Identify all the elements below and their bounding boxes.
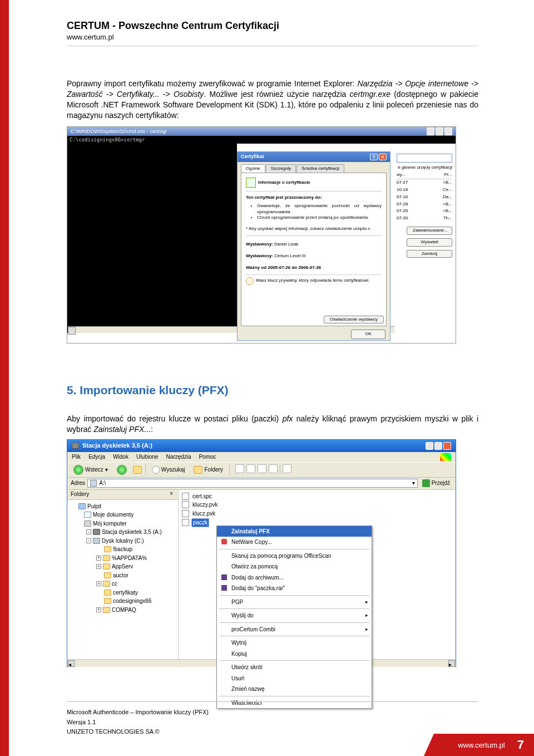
- context-menu-item[interactable]: Dodaj do "paczka.rar": [217, 583, 372, 594]
- context-menu-item[interactable]: Usuń: [217, 673, 372, 684]
- tree-item[interactable]: -Stacja dyskietek 3,5 (A:): [68, 528, 177, 537]
- tree-item[interactable]: Mój komputer: [68, 519, 177, 528]
- dropdown-icon[interactable]: ▾: [412, 479, 415, 487]
- footer-rule: [67, 701, 478, 702]
- context-menu-item[interactable]: Wyślij do: [217, 610, 372, 621]
- tab-general[interactable]: Ogólne: [241, 164, 265, 173]
- tree-item[interactable]: codesigningx86: [68, 597, 177, 606]
- toolbar-icon[interactable]: [258, 464, 266, 473]
- file-icon: [182, 519, 189, 526]
- footer-line: Wersja 1.1: [67, 718, 478, 728]
- tree-item[interactable]: !backup: [68, 545, 177, 554]
- file-icon: [182, 493, 189, 500]
- tree-item[interactable]: Pulpit: [68, 502, 177, 511]
- expand-icon[interactable]: +: [96, 607, 101, 612]
- toolbar-icon[interactable]: [235, 464, 244, 473]
- file-item[interactable]: klucz.pvk: [182, 509, 452, 518]
- intro-paragraph: Poprawny import certyfikatu możemy zwery…: [67, 78, 478, 121]
- view-button[interactable]: Wyświetl: [407, 238, 452, 247]
- back-icon: [73, 465, 83, 475]
- cmd-prompt-line: C:\codisigningx86>certmgr: [67, 136, 456, 144]
- go-button[interactable]: Przejdź: [420, 478, 452, 488]
- expand-icon[interactable]: +: [96, 564, 101, 569]
- close-button[interactable]: Zamknij: [407, 250, 452, 258]
- cert-row: 10-18Ce...: [397, 186, 452, 194]
- menu-view[interactable]: Widok: [113, 453, 128, 461]
- netware-icon: [221, 539, 227, 544]
- sidebar-close-icon[interactable]: ×: [168, 491, 175, 498]
- tree-item[interactable]: +AppServ: [68, 562, 177, 571]
- views-icon[interactable]: [283, 464, 291, 473]
- context-separator: [219, 595, 369, 596]
- tab-details[interactable]: Szczegóły: [266, 164, 296, 173]
- menu-tools[interactable]: Narzędzia: [166, 453, 191, 461]
- address-input[interactable]: A:\ ▾: [87, 479, 418, 488]
- issuer-statement-button[interactable]: Oświadczenie wystawcy: [324, 316, 384, 324]
- tree-label: Moje dokumenty: [93, 511, 134, 519]
- expand-icon[interactable]: +: [96, 581, 101, 586]
- folder-icon: [103, 563, 110, 570]
- context-menu-item[interactable]: Kopiuj: [217, 649, 372, 660]
- file-item[interactable]: cert.spc: [182, 492, 452, 501]
- forward-button[interactable]: [114, 464, 130, 476]
- cert-purpose-heading: Ten certyfikat jest przeznaczony do:: [246, 195, 382, 201]
- tab-path[interactable]: Ścieżka certyfikacji: [296, 164, 344, 173]
- advanced-button[interactable]: Zaawansowane...: [407, 227, 452, 235]
- context-menu-item[interactable]: proCertum Combi: [217, 624, 372, 635]
- file-name: cert.spc: [191, 493, 213, 500]
- context-menu-item[interactable]: Skanuj za pomocą programu OfficeScan: [217, 551, 372, 562]
- maximize-icon[interactable]: [436, 127, 443, 135]
- tree-item[interactable]: auctor: [68, 571, 177, 580]
- minimize-icon[interactable]: [426, 442, 433, 450]
- close-icon[interactable]: [444, 127, 452, 135]
- toolbar-icon[interactable]: [269, 464, 278, 473]
- tree-item[interactable]: +cc: [68, 580, 177, 588]
- cert-row: 07-27<B...: [397, 179, 452, 186]
- menu-edit[interactable]: Edycja: [88, 453, 105, 461]
- context-menu-item[interactable]: Otwórz za pomocą: [217, 561, 372, 572]
- maximize-icon[interactable]: [434, 442, 442, 450]
- docs-icon: [84, 512, 91, 518]
- minimize-icon[interactable]: [427, 127, 434, 135]
- expand-icon[interactable]: +: [96, 556, 101, 561]
- tree-item[interactable]: +COMPAQ: [68, 606, 177, 615]
- footer-line: Microsoft Authenticode – Importowanie kl…: [67, 708, 478, 718]
- tree-item[interactable]: Moje dokumenty: [68, 510, 177, 519]
- search-button[interactable]: Wyszukaj: [149, 465, 188, 475]
- context-separator: [219, 608, 369, 609]
- page-footer: Microsoft Authenticode – Importowanie kl…: [67, 701, 478, 737]
- context-menu-item[interactable]: Dodaj do archiwum...: [217, 572, 372, 583]
- context-menu-item[interactable]: NetWare Copy...: [217, 537, 372, 548]
- context-menu-item[interactable]: Utwórz skrót: [217, 662, 372, 673]
- header-title: CERTUM - Powszechne Centrum Certyfikacji: [67, 20, 534, 32]
- floppy-icon: [72, 443, 79, 449]
- expand-icon[interactable]: -: [86, 529, 91, 534]
- close-icon[interactable]: [443, 442, 451, 450]
- up-icon[interactable]: [133, 466, 142, 474]
- context-menu-item[interactable]: Wytnij: [217, 637, 372, 649]
- ok-button[interactable]: OK: [351, 330, 385, 339]
- menu-help[interactable]: Pomoc: [199, 453, 216, 461]
- tree-label: COMPAQ: [112, 606, 136, 614]
- cert-store-dropdown[interactable]: [397, 154, 452, 163]
- help-icon[interactable]: ?: [370, 154, 378, 160]
- context-menu-item[interactable]: Zmień nazwę: [217, 684, 372, 695]
- left-accent-bar: [0, 0, 9, 756]
- page-number-badge: www.certum.pl 7: [434, 734, 534, 756]
- tree-item[interactable]: -Dysk lokalny (C:): [68, 537, 177, 546]
- tree-item[interactable]: +%APPDATA%: [68, 554, 177, 563]
- file-item[interactable]: kluczy.pvk: [182, 500, 452, 509]
- tree-item[interactable]: certyfikaty: [68, 588, 177, 597]
- close-icon[interactable]: ×: [379, 154, 387, 160]
- back-button[interactable]: Wstecz ▾: [71, 464, 111, 476]
- tree-label: !backup: [113, 546, 132, 553]
- menu-favorites[interactable]: Ulubione: [136, 453, 158, 461]
- context-menu-item[interactable]: PGP: [217, 597, 372, 608]
- toolbar-icon[interactable]: [246, 464, 255, 473]
- menu-file[interactable]: Plik: [72, 453, 81, 461]
- cmd-window-titlebar: C:\WINDOWS\system32\cmd.exe - certmgr: [67, 127, 456, 136]
- expand-icon[interactable]: -: [86, 538, 91, 543]
- context-menu-item[interactable]: Zainstaluj PFX: [217, 526, 372, 537]
- floppy-icon: [93, 529, 100, 535]
- folders-button[interactable]: Foldery: [191, 465, 225, 475]
